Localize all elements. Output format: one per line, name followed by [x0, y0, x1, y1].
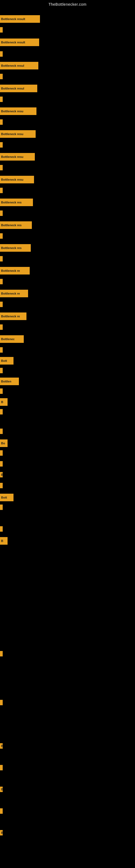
- bottleneck-bar-small: [0, 233, 3, 239]
- bottleneck-bar: Bottleneck resul: [0, 85, 37, 92]
- bottleneck-bar-label: Bottleneck re: [1, 292, 20, 295]
- bottleneck-bar-small: [0, 765, 3, 770]
- bottleneck-bar-small: [0, 700, 3, 705]
- bottleneck-bar: Bottleneck resul: [0, 62, 38, 69]
- bottleneck-bar-label: Bott: [1, 359, 7, 362]
- bottleneck-bar: Bottleneck resu: [0, 153, 35, 161]
- bottleneck-bar-label: Bottleneck res: [1, 201, 21, 204]
- bottleneck-bar-small: [0, 97, 3, 102]
- bottleneck-bar-small: [0, 165, 3, 170]
- bottleneck-bar-small: [0, 188, 3, 193]
- bottleneck-bar-small: [0, 347, 3, 352]
- bottleneck-bar-label: Bottleneck resu: [1, 132, 24, 135]
- bottleneck-bar-small: [0, 51, 3, 57]
- bottleneck-bar-label: Bottleneck result: [1, 41, 25, 44]
- bottleneck-bar-label: Bo: [1, 442, 5, 445]
- bottleneck-bar: B: [0, 537, 8, 545]
- bottleneck-bar: Bottleneck res: [0, 198, 33, 206]
- bottleneck-bar-small: [0, 808, 3, 814]
- bottleneck-bar: Bottleneck re: [0, 312, 27, 320]
- bottleneck-bar-small: [0, 429, 3, 434]
- bottleneck-bar-small: [0, 74, 3, 79]
- bottleneck-bar-label: Bottlenec: [1, 337, 14, 341]
- bottleneck-bar-label: Bottleneck resu: [1, 155, 24, 158]
- bottleneck-bar: Bott: [0, 357, 13, 365]
- bottleneck-bar-small: B: [0, 743, 3, 749]
- bottleneck-bar-label: Bottleneck resul: [1, 64, 24, 67]
- bottleneck-bar-small: [0, 27, 3, 33]
- bottleneck-bar-small: [0, 483, 3, 488]
- bottleneck-bar-small: [0, 504, 3, 510]
- bottleneck-bar-small: [0, 651, 3, 656]
- bottleneck-bar-small: [0, 256, 3, 261]
- bottleneck-bar: Bottleneck res: [0, 221, 32, 229]
- bottleneck-bar-small: [0, 119, 3, 125]
- bottleneck-bar-small: [0, 526, 3, 532]
- bottleneck-bar: Bottleneck result: [0, 15, 40, 23]
- bottleneck-bar-small: B: [0, 472, 3, 477]
- bottleneck-bar-label: Bottleneck res: [1, 246, 21, 250]
- bottleneck-bar: Bottleneck resu: [0, 176, 34, 183]
- bottleneck-bar-label: Bott: [1, 496, 7, 499]
- bottleneck-bar: Bottleneck result: [0, 38, 39, 46]
- bottleneck-bar-small: [0, 211, 3, 216]
- bottleneck-bar-label: B: [1, 400, 3, 404]
- bottleneck-bar-small: B: [0, 786, 3, 792]
- bottleneck-bar-label: Bottleneck resul: [1, 87, 24, 90]
- bottleneck-bar-label: B: [1, 539, 3, 542]
- bottleneck-bar-small: [0, 279, 3, 284]
- bottleneck-bar-label: Bottleneck result: [1, 18, 25, 21]
- bottleneck-bar-label: Bottleneck resu: [1, 110, 24, 113]
- bottleneck-bar-small: [0, 302, 3, 307]
- bottleneck-bar: B: [0, 398, 8, 406]
- bottleneck-bar: Bottleneck resu: [0, 107, 37, 115]
- bottleneck-bar-small: [0, 368, 3, 373]
- bottleneck-bar: Bottlenec: [0, 335, 24, 343]
- bottleneck-bar-small: [0, 142, 3, 148]
- bottleneck-bar-small: [0, 389, 3, 394]
- bottleneck-bar-small: B: [0, 830, 3, 835]
- bottleneck-bar-label: Bottleneck re: [1, 315, 20, 318]
- bottleneck-bar: Bottleneck resu: [0, 130, 36, 138]
- bottleneck-bar-label: Bottleneck re: [1, 269, 20, 272]
- bottleneck-bar: Bottleneck re: [0, 290, 28, 297]
- bottleneck-bar: Bottleneck re: [0, 267, 30, 275]
- bottleneck-bar: Bottleneck res: [0, 244, 31, 252]
- site-title: TheBottlenecker.com: [0, 0, 135, 8]
- bottleneck-bar-label: Bottleneck resu: [1, 178, 24, 181]
- bottleneck-bar-small: [0, 409, 3, 414]
- bottleneck-bar-label: Bottlen: [1, 380, 11, 383]
- bottleneck-bar-small: [0, 461, 3, 467]
- bottleneck-bar-small: [0, 324, 3, 330]
- bottleneck-bar: Bottlen: [0, 378, 19, 385]
- bottleneck-bar-small: [0, 450, 3, 456]
- bottleneck-bar-label: Bottleneck res: [1, 223, 21, 227]
- bottleneck-bar: Bo: [0, 439, 8, 447]
- bottleneck-bar: Bott: [0, 494, 13, 501]
